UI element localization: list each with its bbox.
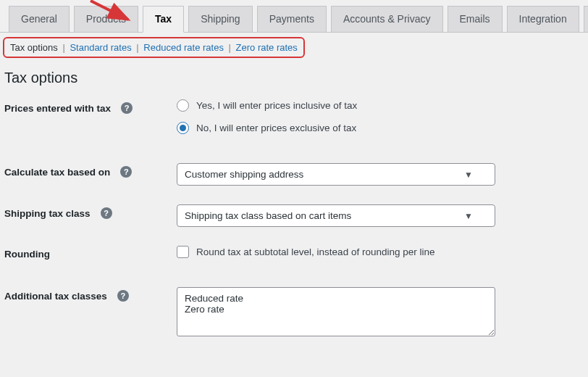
subtab-zero-rates[interactable]: Zero rate rates (236, 42, 298, 53)
label-rounding: Rounding (4, 249, 50, 260)
radio-label-inclusive: Yes, I will enter prices inclusive of ta… (196, 100, 357, 111)
label-shipping-tax-class: Shipping tax class (4, 208, 91, 219)
separator: | (60, 42, 67, 53)
sub-tabs-highlight: Tax options | Standard rates | Reduced r… (3, 37, 305, 58)
radio-prices-exclusive[interactable] (177, 122, 189, 134)
main-tabs: General Products Tax Shipping Payments A… (0, 0, 588, 33)
tab-general[interactable]: General (9, 6, 70, 32)
select-value: Shipping tax class based on cart items (185, 210, 351, 221)
select-value: Customer shipping address (185, 169, 303, 180)
help-icon[interactable]: ? (120, 166, 132, 178)
tab-shipping[interactable]: Shipping (188, 6, 253, 32)
checkbox-rounding[interactable] (177, 246, 189, 258)
tab-emails[interactable]: Emails (448, 6, 503, 32)
subtab-reduced-rates[interactable]: Reduced rate rates (143, 42, 224, 53)
select-shipping-tax-class[interactable]: Shipping tax class based on cart items ▼ (177, 204, 495, 227)
help-icon[interactable]: ? (101, 207, 112, 219)
chevron-down-icon: ▼ (464, 211, 473, 221)
help-icon[interactable]: ? (117, 290, 129, 302)
tab-advanced[interactable]: Advanced (584, 6, 588, 32)
subtab-standard-rates[interactable]: Standard rates (70, 42, 131, 53)
tab-products[interactable]: Products (74, 6, 138, 32)
chevron-down-icon: ▼ (464, 170, 473, 180)
tab-tax[interactable]: Tax (143, 6, 184, 33)
help-icon[interactable]: ? (121, 102, 133, 114)
subtab-tax-options[interactable]: Tax options (10, 42, 58, 53)
radio-label-exclusive: No, I will enter prices exclusive of tax (196, 123, 356, 133)
label-additional-tax-classes: Additional tax classes (4, 291, 107, 302)
select-calc-based-on[interactable]: Customer shipping address ▼ (177, 163, 495, 186)
tab-integration[interactable]: Integration (507, 6, 579, 32)
tab-payments[interactable]: Payments (257, 6, 327, 32)
separator: | (134, 42, 140, 53)
label-calc-based-on: Calculate tax based on (4, 167, 110, 178)
checkbox-label-rounding: Round tax at subtotal level, instead of … (196, 246, 434, 257)
label-prices-with-tax: Prices entered with tax (4, 103, 111, 114)
separator: | (227, 42, 233, 53)
radio-prices-inclusive[interactable] (177, 99, 189, 112)
page-title: Tax options (4, 70, 584, 86)
textarea-additional-tax-classes[interactable] (177, 287, 495, 336)
tab-accounts[interactable]: Accounts & Privacy (331, 6, 443, 32)
